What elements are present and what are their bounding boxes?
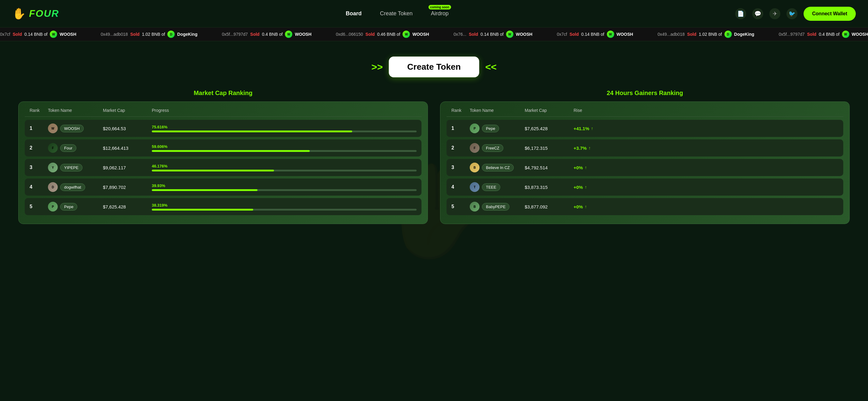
token-name-badge: WOOSH — [60, 125, 84, 132]
col-progress: Progress — [152, 108, 416, 113]
gainers-section: 24 Hours Gainers Ranking Rank Token Name… — [440, 90, 850, 224]
ticker-amount: 0.4 BNB of — [262, 32, 283, 37]
progress-percent: 46.176% — [152, 164, 416, 168]
progress-bar-bg — [152, 170, 416, 171]
rank-number: 4 — [30, 184, 48, 190]
table-row[interactable]: 2 F FreeCZ $6,172.315 +3.7% ↑ — [446, 139, 843, 156]
ticker-addr: 0x49...adb018 — [101, 32, 128, 37]
connect-wallet-button[interactable]: Connect Wallet — [804, 7, 856, 21]
ticker-amount: 1.02 BNB of — [699, 32, 722, 37]
ticker-amount: 0.14 BNB of — [480, 32, 504, 37]
token-cell: Y YIPEPE — [48, 163, 103, 172]
ticker-item: 0x76... Sold 0.14 BNB of W WOOSH — [454, 31, 532, 38]
table-row[interactable]: 4 D dogwifhat $7,890.702 39.93% — [25, 178, 422, 196]
rank-number: 2 — [452, 145, 470, 151]
ticker-token-name: WOOSH — [412, 32, 429, 37]
rise-cell: +41.1% ↑ — [574, 126, 838, 131]
table-row[interactable]: 3 B Believe In CZ $4,792.514 +0% ↑ — [446, 159, 843, 176]
market-cap-section: Market Cap Ranking Rank Token Name Marke… — [18, 90, 428, 224]
token-avatar: P — [48, 202, 58, 211]
progress-bar-fill — [152, 131, 352, 132]
rise-cell: +3.7% ↑ — [574, 145, 838, 151]
progress-percent: 38.319% — [152, 203, 416, 207]
token-avatar: W — [48, 123, 58, 133]
rank-number: 1 — [30, 125, 48, 131]
ticker-action: Sold — [687, 32, 696, 37]
token-avatar: B — [470, 202, 479, 211]
col-market-cap: Market Cap — [103, 108, 152, 113]
table-row[interactable]: 1 W WOOSH $20,664.53 75.616% — [25, 120, 422, 137]
token-avatar: F — [48, 143, 58, 153]
token-cell: D dogwifhat — [48, 182, 103, 192]
token-name-badge: Pepe — [60, 203, 77, 210]
table-row[interactable]: 1 P Pepe $7,625.428 +41.1% ↑ — [446, 120, 843, 137]
ticker-inner: 0x7cf Sold 0.14 BNB of W WOOSH 0x49...ad… — [0, 31, 868, 38]
ticker-token-icon: W — [506, 31, 514, 38]
market-cap-value: $7,625.428 — [103, 204, 152, 209]
main-content: ✋ >> Create Token << Market Cap Ranking … — [0, 41, 868, 230]
token-cell: B Believe In CZ — [470, 163, 525, 172]
progress-bar-fill — [152, 189, 257, 191]
rise-arrow-icon: ↑ — [585, 204, 587, 209]
table-row[interactable]: 4 T TEEE $3,873.315 +0% ↑ — [446, 178, 843, 196]
rank-number: 5 — [30, 204, 48, 209]
token-name-badge: Believe In CZ — [482, 164, 514, 171]
nav-logo: ✋ FOUR — [12, 7, 59, 20]
col-token-name-g: Token Name — [470, 108, 525, 113]
table-row[interactable]: 5 B BabyPEPE $3,877.092 +0% ↑ — [446, 198, 843, 215]
progress-bar-fill — [152, 170, 274, 171]
token-cell: P Pepe — [470, 123, 525, 133]
token-name-badge: BabyPEPE — [482, 203, 509, 210]
ticker-action: Sold — [250, 32, 259, 37]
market-cap-value: $3,877.092 — [525, 204, 574, 209]
chevron-right-icon: << — [485, 61, 497, 73]
progress-cell: 59.606% — [152, 144, 416, 152]
rise-arrow-icon: ↑ — [585, 184, 587, 190]
token-avatar: T — [470, 182, 479, 192]
nav-create-token[interactable]: Create Token — [380, 10, 413, 17]
ticker-action: Sold — [469, 32, 478, 37]
rise-arrow-icon: ↑ — [591, 126, 593, 131]
ticker-token-icon: D — [167, 31, 175, 38]
token-avatar: Y — [48, 163, 58, 172]
ticker-item: 0x49...adb018 Sold 1.02 BNB of D DogeKin… — [657, 31, 754, 38]
ticker-item: 0x49...adb018 Sold 1.02 BNB of D DogeKin… — [101, 31, 197, 38]
discord-icon[interactable]: 💬 — [752, 8, 763, 19]
progress-percent: 75.616% — [152, 125, 416, 129]
col-market-cap-g: Market Cap — [525, 108, 574, 113]
progress-bar-fill — [152, 209, 253, 210]
ticker-token-name: WOOSH — [516, 32, 532, 37]
ticker-item: 0x7cf Sold 0.14 BNB of W WOOSH — [557, 31, 633, 38]
token-cell: P Pepe — [48, 202, 103, 211]
create-token-button[interactable]: Create Token — [389, 57, 479, 77]
ticker-amount: 1.02 BNB of — [142, 32, 165, 37]
progress-cell: 75.616% — [152, 125, 416, 132]
ticker-token-name: WOOSH — [852, 32, 868, 37]
market-cap-title: Market Cap Ranking — [18, 90, 428, 96]
nav-board[interactable]: Board — [346, 10, 362, 17]
col-rise: Rise — [574, 108, 838, 113]
docs-icon[interactable]: 📄 — [735, 8, 746, 19]
ticker-bar: 0x7cf Sold 0.14 BNB of W WOOSH 0x49...ad… — [0, 28, 868, 41]
nav-links: Board Create Token coming soon Airdrop — [346, 10, 449, 17]
market-cap-value: $4,792.514 — [525, 165, 574, 170]
ticker-token-name: DogeKing — [177, 32, 197, 37]
ticker-amount: 0.14 BNB of — [581, 32, 604, 37]
rise-value: +0% — [574, 184, 583, 190]
col-rank-g: Rank — [452, 108, 470, 113]
twitter-icon[interactable]: 🐦 — [786, 8, 798, 19]
ticker-amount: 0.46 BNB of — [377, 32, 400, 37]
nav-airdrop[interactable]: coming soon Airdrop — [431, 10, 449, 17]
table-row[interactable]: 2 F Four $12,664.413 59.606% — [25, 139, 422, 156]
nav-right: 📄 💬 ✈ 🐦 Connect Wallet — [735, 7, 856, 21]
table-row[interactable]: 5 P Pepe $7,625.428 38.319% — [25, 198, 422, 215]
token-name-badge: Pepe — [482, 125, 499, 132]
rank-number: 4 — [452, 184, 470, 190]
rank-number: 3 — [452, 165, 470, 170]
token-avatar: P — [470, 123, 479, 133]
ticker-action: Sold — [807, 32, 816, 37]
telegram-icon[interactable]: ✈ — [769, 8, 780, 19]
market-cap-value: $7,890.702 — [103, 184, 152, 190]
table-row[interactable]: 3 Y YIPEPE $9,062.117 46.176% — [25, 159, 422, 176]
ticker-amount: 0.4 BNB of — [819, 32, 840, 37]
